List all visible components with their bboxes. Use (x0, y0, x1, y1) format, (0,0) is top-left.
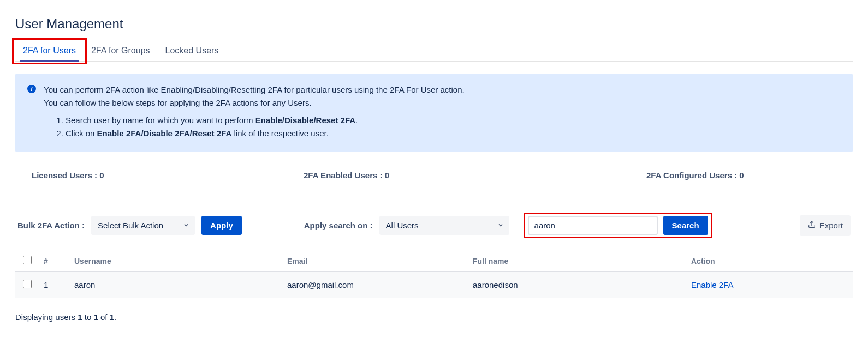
footer-text: Displaying users (15, 312, 78, 322)
search-group: Search (524, 213, 712, 238)
info-text: link of the respective user. (231, 129, 329, 138)
tab-label: 2FA for Groups (91, 46, 150, 55)
export-icon (807, 220, 816, 231)
footer-from: 1 (78, 312, 82, 322)
stat-label: Licensed Users : (32, 171, 97, 180)
bulk-action-select[interactable]: Select Bulk Action (91, 216, 195, 235)
info-step-2: Click on Enable 2FA/Disable 2FA/Reset 2F… (66, 127, 465, 140)
stat-label: 2FA Enabled Users : (304, 171, 383, 180)
tabs: 2FA for Users 2FA for Groups Locked User… (15, 41, 853, 62)
info-text: You can perform 2FA action like Enabling… (44, 85, 465, 94)
tab-label: Locked Users (165, 46, 219, 55)
table-row: 1 aaron aaron@gmail.com aaronedison Enab… (15, 272, 853, 298)
stat-value: 0 (99, 171, 104, 180)
enable-2fa-link[interactable]: Enable 2FA (691, 280, 734, 289)
table-header-checkbox (15, 250, 39, 272)
stat-licensed-users: Licensed Users : 0 (32, 171, 222, 180)
tab-locked-users[interactable]: Locked Users (158, 41, 227, 61)
pagination-summary: Displaying users 1 to 1 of 1. (15, 312, 853, 322)
footer-total: 1 (110, 312, 114, 322)
info-step-1: Search user by name for which you want t… (66, 114, 465, 127)
table-header-fullname: Full name (468, 250, 687, 272)
info-text-bold: Enable/Disable/Reset 2FA (255, 116, 355, 125)
cell-fullname: aaronedison (468, 272, 687, 298)
cell-email: aaron@gmail.com (283, 272, 468, 298)
row-checkbox[interactable] (23, 280, 32, 288)
stat-value: 0 (385, 171, 389, 180)
stat-2fa-enabled-users: 2FA Enabled Users : 0 (222, 171, 494, 180)
info-icon: i (27, 85, 36, 93)
controls-row: Bulk 2FA Action : Select Bulk Action App… (15, 213, 853, 238)
bulk-action-label: Bulk 2FA Action : (17, 221, 85, 230)
info-text-bold: Enable 2FA/Disable 2FA/Reset 2FA (97, 129, 232, 138)
users-table: # Username Email Full name Action 1 aaro… (15, 250, 853, 298)
stat-value: 0 (739, 171, 744, 180)
footer-text: to (82, 312, 94, 322)
search-button[interactable]: Search (663, 216, 708, 235)
export-label: Export (819, 221, 843, 230)
tab-label: 2FA for Users (23, 46, 76, 55)
tab-2fa-for-groups[interactable]: 2FA for Groups (84, 41, 158, 61)
footer-text: of (98, 312, 110, 322)
stats-row: Licensed Users : 0 2FA Enabled Users : 0… (15, 171, 853, 180)
info-text: . (355, 116, 358, 125)
table-header-num: # (39, 250, 70, 272)
footer-to: 1 (93, 312, 98, 322)
stat-2fa-configured-users: 2FA Configured Users : 0 (494, 171, 836, 180)
table-header-username: Username (70, 250, 283, 272)
table-header-email: Email (283, 250, 468, 272)
info-panel: i You can perform 2FA action like Enabli… (15, 74, 853, 152)
info-body: You can perform 2FA action like Enabling… (44, 83, 465, 140)
select-all-checkbox[interactable] (23, 256, 32, 264)
search-scope-select[interactable]: All Users (379, 216, 509, 235)
cell-num: 1 (39, 272, 70, 298)
export-button[interactable]: Export (800, 215, 851, 236)
table-header-action: Action (687, 250, 853, 272)
info-text: Click on (66, 129, 97, 138)
cell-username: aaron (70, 272, 283, 298)
info-text: You can follow the below steps for apply… (44, 98, 312, 107)
page-title: User Management (15, 16, 853, 32)
apply-button[interactable]: Apply (201, 216, 242, 235)
tab-2fa-for-users[interactable]: 2FA for Users (15, 41, 84, 61)
footer-text: . (114, 312, 116, 322)
apply-search-on-label: Apply search on : (304, 221, 373, 230)
search-input[interactable] (528, 216, 658, 235)
info-icon-wrap: i (27, 83, 36, 140)
stat-label: 2FA Configured Users : (646, 171, 737, 180)
info-text: Search user by name for which you want t… (66, 116, 255, 125)
